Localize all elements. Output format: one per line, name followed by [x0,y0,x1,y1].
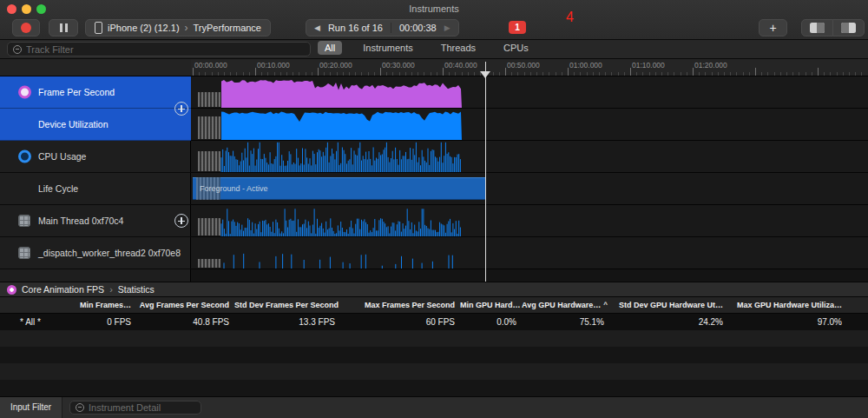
track-sidebar: Frame Per Second Device Utilization CPU … [0,76,191,282]
detail-breadcrumb-bar: Core Animation FPS › Statistics [0,282,868,297]
lane-life-cycle[interactable]: Foreground - Active [191,173,868,205]
run-navigator: ◀ Run 16 of 16 00:00:38 ▶ [306,19,459,36]
track-row-frame-per-second[interactable]: Frame Per Second [0,76,191,109]
column-header-stddev-gpu[interactable]: Std Dev GPU Hardware Ut… [609,297,728,313]
device-name: iPhone (2) (12.1) [108,23,180,33]
column-header-label: Avg GPU Hardware… [522,301,601,309]
add-track-filter-button[interactable] [174,214,188,228]
lane-cpu-usage[interactable] [191,141,868,173]
pre-run-data [198,218,220,236]
tab-instruments[interactable]: Instruments [356,41,419,55]
core-animation-fps-icon [18,86,31,99]
empty-table-row [0,347,868,363]
playhead-line[interactable] [485,62,486,282]
column-header[interactable] [0,297,61,313]
track-chart [191,205,868,237]
column-header-max-frames[interactable]: Max Frames Per Second [340,297,460,313]
annotation-marker: 4 [566,10,574,25]
instrument-detail-filter-field[interactable] [69,401,201,415]
record-button[interactable] [12,19,40,36]
tab-cpus[interactable]: CPUs [496,41,536,55]
tab-all[interactable]: All [318,41,342,55]
table-row[interactable]: * All * 0 FPS 40.8 FPS 13.3 FPS 60 FPS 0… [0,314,868,330]
cell-stddev-frames: 13.3 FPS [234,314,340,330]
toggle-left-pane-button[interactable] [801,19,833,36]
pre-run-data [198,92,220,107]
cell-max-frames: 60 FPS [340,314,460,330]
thread-icon [18,247,30,259]
ruler-tick-label: 00:30.000 [382,61,415,70]
divider [391,23,391,33]
lane-frame-per-second[interactable] [191,76,868,109]
column-header-min-gpu[interactable]: Min GPU Hard… [460,297,522,313]
ruler-tick-label: 01:10.000 [632,61,665,70]
pause-icon [60,23,68,32]
tab-threads[interactable]: Threads [434,41,483,55]
column-header-stddev-frames[interactable]: Std Dev Frames Per Second [234,297,340,313]
issue-count-badge[interactable]: 1 [509,21,526,34]
track-label: Main Thread 0xf70c4 [38,216,123,226]
column-header-avg-gpu-sorted[interactable]: Avg GPU Hardware…^ [522,297,609,313]
cell-avg-gpu: 75.1% [522,314,609,330]
target-app-name: TryPerformance [194,23,261,33]
column-header-max-gpu[interactable]: Max GPU Hardware Utiliza… [728,297,847,313]
target-device-selector[interactable]: iPhone (2) (12.1) › TryPerformance [85,19,271,36]
track-chart [191,76,868,109]
left-pane-icon [810,23,825,33]
lane-main-thread[interactable] [191,205,868,237]
track-label: _dispatch_worker_thread2 0xf70e8 [38,248,181,258]
lane-device-utilization[interactable] [191,109,868,141]
view-toggle-group [801,19,865,36]
ruler-tick-label: 01:00.000 [569,61,602,70]
ruler-corner [0,59,191,76]
add-instrument-button[interactable]: + [759,19,787,36]
previous-run-button[interactable]: ◀ [314,23,320,32]
track-label: Life Cycle [38,183,78,194]
minimize-button[interactable] [22,4,31,14]
add-track-filter-button[interactable] [174,102,188,116]
ruler-tick-label: 01:20.000 [694,61,727,70]
track-filter-field[interactable] [7,42,311,56]
timeline-ruler[interactable]: 00:00.00000:10.00000:20.00000:30.00000:4… [191,59,868,76]
track-row-life-cycle[interactable]: Life Cycle [0,173,191,205]
cell-avg-frames: 40.8 FPS [136,314,234,330]
column-header-min-frames[interactable]: Min Frames… [61,297,136,313]
cell-stddev-gpu: 24.2% [609,314,728,330]
thread-icon [18,215,30,227]
empty-table-row [0,363,868,380]
cell-row-label: * All * [0,314,61,330]
breadcrumb-page[interactable]: Statistics [118,284,155,295]
timeline-empty-area [191,269,868,282]
timeline-tracks[interactable]: Foreground - Active [191,76,868,282]
track-row-cpu-usage[interactable]: CPU Usage [0,141,191,173]
track-row-device-utilization[interactable]: Device Utilization [0,109,191,141]
track-chart [191,109,868,141]
pause-button[interactable] [49,19,78,36]
instrument-detail-filter-input[interactable] [89,402,195,413]
ruler-tick-label: 00:00.000 [194,61,227,70]
breadcrumb-instrument[interactable]: Core Animation FPS [22,284,104,295]
elapsed-time: 00:00:38 [399,23,437,33]
filter-icon [13,45,22,54]
close-button[interactable] [7,4,16,14]
track-row-main-thread[interactable]: Main Thread 0xf70c4 [0,205,191,237]
pre-run-data [198,259,220,268]
empty-table-row [0,380,868,396]
track-row-dispatch-worker-thread[interactable]: _dispatch_worker_thread2 0xf70e8 [0,237,191,269]
next-run-button[interactable]: ▶ [444,23,450,32]
ruler-tick-label: 00:50.000 [507,61,540,70]
track-label: Frame Per Second [38,87,115,97]
input-filter-tab[interactable]: Input Filter [0,397,62,418]
ruler-tick-label: 00:10.000 [257,61,290,70]
lane-dispatch-worker-thread[interactable] [191,237,868,269]
sort-ascending-icon: ^ [603,301,608,309]
scope-tabs: All Instruments Threads CPUs [318,41,536,55]
toggle-right-pane-button[interactable] [832,19,865,36]
zoom-button[interactable] [36,4,46,14]
cell-min-gpu: 0.0% [460,314,522,330]
track-filter-input[interactable] [26,44,305,55]
track-chart [191,141,868,173]
right-pane-icon [841,23,856,33]
column-header-avg-frames[interactable]: Avg Frames Per Second [136,297,234,313]
ruler-tick-label: 00:40.000 [444,61,477,70]
